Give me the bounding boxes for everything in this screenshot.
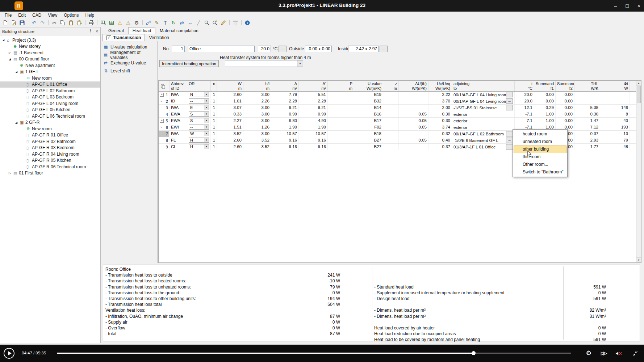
orientation-dropdown[interactable]: H▼ [189, 144, 209, 149]
cell-a[interactable]: 6.80 [271, 118, 299, 124]
expand-group-icon[interactable]: + [160, 93, 164, 97]
orientation-dropdown[interactable]: S▼ [189, 118, 209, 123]
cell-adjoining[interactable]: exterior [452, 124, 515, 130]
cell-du-tb[interactable]: 0.05 [399, 124, 428, 130]
cell-p[interactable] [328, 105, 354, 111]
paste-icon[interactable] [67, 19, 75, 26]
cell-f1[interactable]: 0.00 [534, 98, 556, 104]
text-icon[interactable]: T [161, 19, 169, 26]
col-header-adjoining-to[interactable]: adjoiningto [452, 81, 515, 91]
heating-system-dropdown[interactable]: - ▼ [225, 60, 303, 67]
cell-thl[interactable]: -0.37 [574, 131, 600, 137]
col-header-u-tb-w-m-k[interactable]: ΔU(tb)W/(m²K) [399, 81, 428, 91]
cell-a-eff[interactable]: 1.90 [299, 124, 328, 130]
cell-abbrev[interactable]: EWA [170, 118, 187, 124]
menu-cad[interactable]: CAD [29, 13, 45, 18]
cell-hl[interactable]: 2.26 [243, 98, 271, 104]
option-management-of-variables[interactable]: ▤Management of variables [101, 51, 157, 59]
table-row-2[interactable]: └2ID--▼11.012.262.282.28B323.7000/1/AP-G… [159, 98, 636, 105]
tree-item-new-apartment[interactable]: ⊕New apartment [0, 62, 100, 69]
cell-a-eff[interactable]: 9.16 [299, 137, 328, 143]
cell-p[interactable] [328, 124, 354, 130]
cell-phi-t[interactable]: 8 [600, 111, 630, 117]
dropdown-arrow-icon[interactable]: ▼ [204, 131, 209, 136]
option-exchange-u-value[interactable]: ⇄Exchange U-value [101, 59, 157, 67]
link-icon[interactable] [145, 19, 152, 26]
cell-adjoining[interactable]: 01/3/AP-1F L 01 Office... [452, 144, 515, 150]
undo-icon[interactable]: ↶ [30, 19, 38, 26]
player-settings-gear-icon[interactable]: ⚙ [586, 350, 591, 357]
col-header-t-c[interactable]: t°C [515, 81, 534, 91]
tree-item-01-first-floor[interactable]: ▷▤01 First floor [0, 170, 100, 177]
tree-item-project-3-3[interactable]: ◢⌂Project (3.3) [0, 37, 100, 43]
cell-u-value[interactable]: B16 [354, 111, 383, 117]
cell-adjoining[interactable]: 00/1/AP-GF L 02 Bathroom... [452, 131, 515, 137]
cell-a-eff[interactable]: 0.99 [299, 111, 328, 117]
close-button[interactable]: × [637, 3, 640, 9]
cell-hl[interactable]: 3.00 [243, 105, 271, 111]
tree-item-new-room[interactable]: ⊕New room [0, 126, 100, 132]
cell-abbrev[interactable]: ID [170, 98, 187, 104]
row-head-cell[interactable]: 4 [159, 111, 170, 117]
cell-hl[interactable]: 3.00 [243, 92, 271, 98]
cell-phi-t[interactable]: -10 [600, 131, 630, 137]
cell-p[interactable] [328, 144, 354, 150]
pen-icon[interactable] [219, 19, 227, 26]
print-icon[interactable] [87, 19, 95, 26]
cell-a-eff[interactable]: 2.28 [299, 98, 328, 104]
cell-a[interactable]: 1.90 [271, 124, 299, 130]
mute-icon[interactable] [615, 351, 623, 356]
subtab-transmission[interactable]: ✓Transmission [103, 34, 145, 41]
cell-abbrev[interactable]: IWA [170, 92, 187, 98]
cell-phi-t[interactable] [600, 98, 630, 104]
cell-phi-t[interactable] [600, 92, 630, 98]
horizontal-arrows-icon[interactable]: ↔ [186, 19, 194, 26]
cell-a-eff[interactable]: 5.51 [299, 92, 328, 98]
new-document-icon[interactable] [1, 19, 9, 26]
table-scrollbar[interactable]: ▲ ▼ [636, 81, 641, 262]
tree-expander-icon[interactable]: ◢ [9, 58, 13, 61]
tree-item-ap-gf-l-04-living-room[interactable]: ▯AP-GF L 04 Living room [0, 100, 100, 107]
orientation-dropdown[interactable]: --▼ [189, 125, 209, 130]
cell-adjoining[interactable]: -1/5/T -BS 01 Staircase... [452, 105, 515, 111]
row-head-cell[interactable]: 3 [159, 105, 170, 111]
cell-z[interactable] [383, 144, 399, 150]
cell-thl[interactable]: 7.12 [574, 124, 600, 130]
cell-f2[interactable]: 0.00 [556, 118, 574, 124]
cell-du-tb[interactable] [399, 92, 428, 98]
cell-f2[interactable]: 0.00 [556, 111, 574, 117]
cell-hl[interactable]: 1.26 [243, 124, 271, 130]
intermittent-heating-button[interactable]: Intermittent heating operation [159, 60, 219, 67]
dropdown-arrow-icon[interactable]: ▼ [204, 99, 209, 103]
cell-hl[interactable]: 3.52 [243, 137, 271, 143]
cell-phi-t[interactable]: 79 [600, 137, 630, 143]
cell-thl[interactable]: 5.38 [574, 105, 600, 111]
panel-close-icon[interactable]: × [96, 29, 98, 34]
tree-item-ap-gf-l-05-kitchen[interactable]: ▯AP-GF L 05 Kitchen [0, 107, 100, 113]
col-header-p-m[interactable]: Pm [328, 81, 354, 91]
cell-thl[interactable]: 1.77 [574, 144, 600, 150]
dropdown-arrow-icon[interactable]: ▼ [204, 125, 209, 129]
context-menu-item-other-room[interactable]: Other room... [514, 161, 566, 168]
cell-w[interactable]: 1.01 [217, 98, 243, 104]
dropdown-arrow-icon[interactable]: ▼ [204, 105, 209, 110]
cell-f2[interactable]: 0.00 [556, 98, 574, 104]
edit-pencil-icon[interactable]: ✎ [153, 19, 161, 26]
dropdown-arrow-icon[interactable]: ▼ [297, 60, 303, 67]
col-header-uc-ueq-w-m-k[interactable]: Uc/UeqW/(m²K) [428, 81, 452, 91]
cell-a-eff[interactable]: 4.90 [299, 118, 328, 124]
col-header-thl-w-k[interactable]: THLW/K [574, 81, 600, 91]
expand-group-icon[interactable]: + [160, 119, 164, 123]
room-no-input[interactable] [172, 46, 185, 52]
row-head-cell[interactable]: +5 [159, 118, 170, 124]
cell-thl[interactable] [574, 92, 600, 98]
cell-f1[interactable]: 0.29 [534, 105, 556, 111]
col-header-a-m[interactable]: A'm² [299, 81, 328, 91]
tree-item-ap-gf-r-04-living-room[interactable]: ▯AP-GF R 04 Living room [0, 151, 100, 157]
menu-file[interactable]: File [1, 13, 15, 18]
cell-a[interactable]: 9.16 [271, 144, 299, 150]
context-menu-item-switch-to-bathroom[interactable]: Switch to "Bathroom" [514, 168, 566, 176]
context-menu-item-unheated-room[interactable]: unheated room [514, 138, 566, 146]
row-head-cell[interactable]: 8 [159, 137, 170, 143]
orientation-dropdown[interactable]: N▼ [189, 92, 209, 97]
